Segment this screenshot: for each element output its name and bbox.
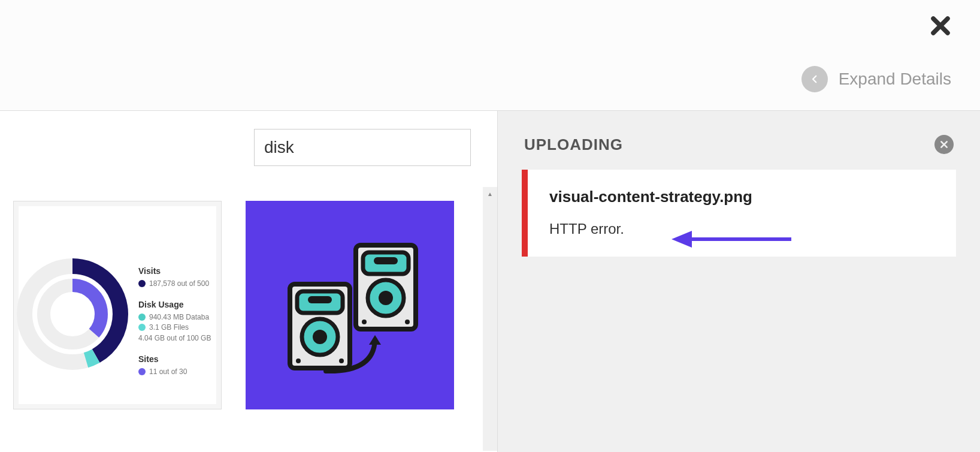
upload-filename: visual-content-strategy.png: [549, 188, 934, 206]
stat-value: 187,578 out of 500: [149, 279, 209, 288]
svg-point-11: [405, 320, 410, 324]
annotation-arrow-icon: [672, 227, 791, 251]
stat-value: 940.43 MB Databa: [149, 313, 209, 321]
stat-value: 11 out of 30: [149, 367, 187, 376]
scrollbar[interactable]: ▲: [483, 187, 497, 451]
thumbnail-grid: Visits 187,578 out of 500 Disk Usage 940…: [13, 201, 454, 409]
svg-rect-7: [374, 257, 398, 264]
stat-title: Disk Usage: [138, 300, 211, 309]
dismiss-upload-button[interactable]: [934, 135, 954, 154]
expand-details-label: Expand Details: [839, 70, 951, 89]
stat-title: Sites: [138, 354, 211, 364]
svg-point-10: [362, 320, 367, 324]
modal-header: Expand Details: [0, 0, 980, 111]
close-icon: [930, 15, 951, 37]
close-button[interactable]: [930, 14, 951, 41]
dashboard-preview-image: Visits 187,578 out of 500 Disk Usage 940…: [19, 206, 216, 404]
chevron-left-icon: [801, 66, 828, 92]
svg-point-9: [379, 291, 393, 305]
stat-value: 4.04 GB out of 100 GB: [138, 334, 211, 342]
stat-value: 3.1 GB Files: [149, 323, 189, 332]
donut-chart-icon: [13, 254, 132, 376]
svg-point-17: [296, 358, 301, 363]
search-input[interactable]: [254, 129, 471, 166]
svg-point-18: [339, 358, 344, 363]
disk-drives-icon: [272, 227, 428, 383]
uploading-heading: UPLOADING: [524, 135, 623, 154]
media-thumbnail[interactable]: [246, 201, 454, 409]
close-icon: [939, 140, 949, 149]
stat-title: Visits: [138, 266, 211, 276]
svg-rect-14: [308, 296, 332, 303]
upload-header: UPLOADING: [522, 135, 956, 154]
main-area: Visits 187,578 out of 500 Disk Usage 940…: [0, 111, 980, 452]
upload-panel: UPLOADING visual-content-strategy.png HT…: [497, 111, 980, 452]
upload-item: visual-content-strategy.png HTTP error.: [522, 170, 956, 257]
stats-panel: Visits 187,578 out of 500 Disk Usage 940…: [138, 266, 211, 388]
media-thumbnail[interactable]: Visits 187,578 out of 500 Disk Usage 940…: [13, 201, 222, 409]
media-library-panel: Visits 187,578 out of 500 Disk Usage 940…: [0, 111, 497, 452]
expand-details-button[interactable]: Expand Details: [801, 66, 951, 92]
svg-point-16: [313, 330, 327, 344]
scroll-up-icon: ▲: [483, 187, 497, 200]
